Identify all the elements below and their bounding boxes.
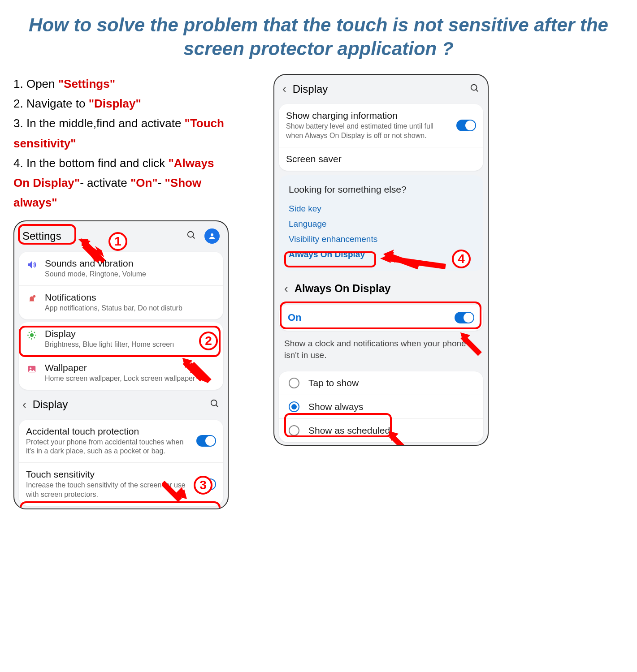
svg-line-9	[29, 332, 30, 333]
looking-for-card: Looking for something else? Side key Lan…	[279, 175, 483, 271]
svg-point-2	[211, 233, 213, 236]
svg-line-10	[34, 337, 35, 338]
page-title: How to solve the problem that the touch …	[27, 13, 610, 60]
search-icon[interactable]	[210, 399, 220, 410]
settings-item-notifications[interactable]: NotificationsApp notifications, Status b…	[19, 286, 223, 319]
settings-item-sounds[interactable]: Sounds and vibrationSound mode, Ringtone…	[19, 252, 223, 286]
display-item-screensaver[interactable]: Screen saver	[279, 147, 483, 171]
sound-icon	[26, 259, 38, 271]
link-visibility[interactable]: Visibility enhancements	[289, 232, 473, 247]
phone-right: ‹ Display Show charging informationShow …	[273, 74, 489, 446]
search-icon[interactable]	[470, 83, 480, 95]
link-side-key[interactable]: Side key	[289, 201, 473, 216]
radio-icon	[289, 425, 299, 436]
instruction-steps: 1. Open "Settings" 2. Navigate to "Displ…	[13, 74, 229, 212]
toggle-switch[interactable]	[456, 120, 476, 131]
phone-left: Settings Sounds and vibrationSound mode,…	[13, 220, 229, 509]
svg-line-30	[476, 89, 478, 91]
radio-tap-to-show[interactable]: Tap to show	[279, 371, 483, 395]
svg-line-1	[193, 237, 195, 239]
svg-line-12	[34, 332, 35, 333]
radio-icon	[289, 401, 299, 412]
display-header: ‹ Display	[274, 77, 488, 101]
settings-item-wallpaper[interactable]: WallpaperHome screen wallpaper, Lock scr…	[19, 356, 223, 390]
search-icon[interactable]	[186, 230, 196, 242]
link-language[interactable]: Language	[289, 216, 473, 232]
bell-icon	[26, 293, 38, 305]
toggle-switch[interactable]	[196, 478, 216, 490]
radio-icon	[289, 378, 299, 388]
display-item-touch-sensitivity[interactable]: Touch sensitivityIncrease the touch sens…	[19, 463, 223, 506]
svg-point-14	[30, 367, 31, 369]
link-aod[interactable]: Always On Display	[289, 247, 473, 262]
svg-point-15	[211, 400, 217, 406]
settings-header: Settings	[14, 223, 228, 249]
settings-item-display[interactable]: DisplayBrightness, Blue light filter, Ho…	[19, 322, 223, 356]
avatar-icon[interactable]	[204, 228, 220, 244]
settings-title: Settings	[22, 230, 61, 242]
svg-line-11	[29, 337, 30, 338]
back-icon[interactable]: ‹	[22, 398, 26, 412]
back-icon[interactable]: ‹	[284, 282, 288, 296]
toggle-switch[interactable]	[196, 435, 216, 447]
display-item-accidental[interactable]: Accidental touch protectionProtect your …	[19, 420, 223, 463]
svg-point-4	[30, 333, 34, 337]
aod-on-row[interactable]: On	[279, 305, 483, 331]
aod-header: ‹ Always On Display	[274, 276, 488, 302]
image-icon	[26, 363, 38, 375]
svg-line-16	[216, 405, 218, 407]
brightness-icon	[26, 329, 38, 341]
radio-show-scheduled[interactable]: Show as scheduled	[279, 419, 483, 442]
svg-point-3	[33, 295, 36, 298]
display-subheader: ‹ Display	[14, 392, 228, 417]
aod-description: Show a clock and notifications when your…	[274, 333, 488, 369]
radio-show-always[interactable]: Show always	[279, 395, 483, 419]
toggle-switch[interactable]	[455, 312, 474, 323]
back-icon[interactable]: ‹	[282, 82, 286, 96]
svg-point-29	[471, 84, 477, 90]
display-item-charging[interactable]: Show charging informationShow battery le…	[279, 104, 483, 147]
svg-point-0	[188, 232, 194, 237]
